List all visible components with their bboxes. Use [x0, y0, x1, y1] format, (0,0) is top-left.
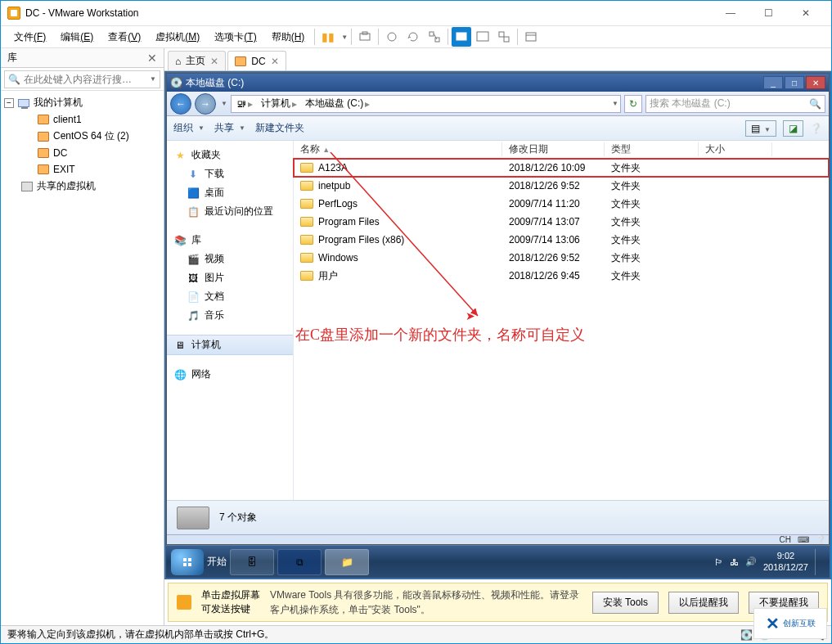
organize-button[interactable]: 组织 ▼ — [173, 121, 205, 135]
sidebar-videos[interactable]: 🎬视频 — [167, 250, 293, 268]
folder-icon — [300, 271, 313, 281]
sidebar-music[interactable]: 🎵音乐 — [167, 306, 293, 325]
tab-home[interactable]: ⌂ 主页 ✕ — [168, 51, 226, 70]
fullscreen-button[interactable] — [473, 27, 492, 47]
show-console-button[interactable] — [521, 27, 541, 47]
tray-sound-icon[interactable]: 🔊 — [745, 556, 757, 567]
breadcrumb-root[interactable]: 🖳 ▸ — [233, 98, 256, 110]
col-name[interactable]: 名称 ▲ — [294, 142, 502, 156]
explorer-minimize[interactable]: _ — [763, 76, 783, 89]
tree-vm-exit[interactable]: EXIT — [4, 161, 160, 178]
tree-shared-vms[interactable]: 共享的虚拟机 — [4, 178, 160, 195]
tray-flag-icon[interactable]: 🏳 — [714, 557, 723, 567]
sidebar-desktop[interactable]: 🟦桌面 — [167, 183, 293, 202]
sidebar-recent[interactable]: 📋最近访问的位置 — [167, 202, 293, 221]
breadcrumb-dropdown[interactable]: ▼ — [612, 100, 618, 107]
explorer-statusbar: 7 个对象 — [167, 500, 829, 534]
snapshot-manager-button[interactable] — [425, 27, 444, 47]
refresh-button[interactable]: ↻ — [624, 95, 642, 113]
col-size[interactable]: 大小 — [699, 142, 772, 156]
preview-pane-button[interactable]: ◪ — [783, 120, 803, 137]
install-tools-button[interactable]: 安装 Tools — [592, 592, 659, 614]
menu-file[interactable]: 文件(F) — [7, 27, 52, 47]
nav-back-button[interactable]: ← — [170, 93, 191, 115]
menu-vm[interactable]: 虚拟机(M) — [149, 27, 206, 47]
col-date[interactable]: 修改日期 — [502, 142, 605, 156]
lang-help-icon[interactable]: ❔ — [816, 535, 825, 544]
menu-edit[interactable]: 编辑(E) — [54, 27, 100, 47]
tab-dc[interactable]: DC ✕ — [227, 51, 286, 70]
suspend-button[interactable]: ▮▮ — [318, 27, 338, 47]
col-type[interactable]: 类型 — [605, 142, 699, 156]
lang-options-icon[interactable]: ⌨ — [798, 535, 809, 544]
tray-network-icon[interactable]: 🖧 — [730, 557, 739, 567]
library-search-input[interactable] — [24, 74, 148, 85]
explorer-maximize[interactable]: □ — [785, 76, 804, 89]
explorer-search[interactable]: 搜索 本地磁盘 (C:) 🔍 — [645, 95, 825, 113]
sidebar-libraries[interactable]: 📚库 — [167, 231, 293, 250]
snapshot-take-button[interactable] — [382, 27, 402, 47]
view-options-button[interactable]: ▤ ▼ — [745, 120, 776, 137]
sidebar-documents[interactable]: 📄文档 — [167, 287, 293, 306]
tab-strip: ⌂ 主页 ✕ DC ✕ — [164, 48, 831, 71]
power-dropdown[interactable]: ▼ — [341, 34, 348, 41]
column-headers[interactable]: 名称 ▲ 修改日期 类型 大小 — [294, 141, 829, 159]
help-button[interactable]: ❔ — [810, 123, 822, 134]
library-close-button[interactable]: ✕ — [147, 52, 157, 65]
file-row[interactable]: 用户2018/12/26 9:45文件夹 — [294, 267, 829, 285]
menu-view[interactable]: 查看(V) — [101, 27, 147, 47]
taskbar-explorer[interactable]: 📁 — [325, 549, 369, 575]
show-desktop-button[interactable] — [815, 549, 825, 575]
maximize-button[interactable]: ☐ — [749, 1, 787, 25]
file-row[interactable]: inetpub2018/12/26 9:52文件夹 — [294, 177, 829, 195]
file-row[interactable]: PerfLogs2009/7/14 11:20文件夹 — [294, 195, 829, 213]
remind-later-button[interactable]: 以后提醒我 — [668, 592, 739, 614]
close-button[interactable]: ✕ — [787, 1, 825, 25]
share-button[interactable]: 共享 ▼ — [214, 121, 245, 135]
status-disk-icon[interactable]: 💽 — [740, 628, 753, 642]
library-panel: 库 ✕ 🔍 ▼ − 我的计算机 client1 — [1, 48, 164, 625]
sidebar-network[interactable]: 🌐网络 — [167, 365, 293, 384]
breadcrumb[interactable]: 🖳 ▸ 计算机 ▸ 本地磁盘 (C:) ▸ ▼ — [231, 95, 621, 113]
new-folder-button[interactable]: 新建文件夹 — [255, 121, 304, 135]
taskbar-powershell[interactable]: ⧉ — [277, 549, 322, 575]
nav-history-dropdown[interactable]: ▼ — [221, 100, 227, 107]
start-label: 开始 — [207, 555, 227, 569]
unity-button[interactable] — [494, 27, 514, 47]
menu-help[interactable]: 帮助(H) — [265, 27, 312, 47]
taskbar-server-manager[interactable]: 🗄 — [230, 549, 274, 575]
nav-forward-button[interactable]: → — [195, 93, 216, 115]
sidebar-computer[interactable]: 🖥计算机 — [167, 335, 293, 355]
search-dropdown[interactable]: ▼ — [150, 75, 156, 83]
sidebar-downloads[interactable]: ⬇下载 — [167, 164, 293, 183]
explorer-window: 💽 本地磁盘 (C:) _ □ ✕ ← → ▼ — [166, 73, 830, 545]
tray-clock[interactable]: 9:02 2018/12/27 — [763, 551, 808, 572]
file-row[interactable]: Program Files2009/7/14 13:07文件夹 — [294, 213, 829, 231]
file-row[interactable]: Windows2018/12/26 9:52文件夹 — [294, 249, 829, 267]
hint-icon — [177, 595, 191, 610]
tree-vm-centos[interactable]: CentOS 64 位 (2) — [4, 128, 160, 145]
vmware-icon — [7, 7, 20, 20]
guest-vm-screen[interactable]: 💽 本地磁盘 (C:) _ □ ✕ ← → ▼ — [164, 71, 831, 579]
minimize-button[interactable]: — — [712, 1, 749, 25]
tree-vm-client1[interactable]: client1 — [4, 111, 160, 128]
file-row[interactable]: A123A2018/12/26 10:09文件夹 — [294, 159, 829, 177]
breadcrumb-drive[interactable]: 本地磁盘 (C:) ▸ — [302, 97, 373, 110]
file-row[interactable]: Program Files (x86)2009/7/14 13:06文件夹 — [294, 231, 829, 249]
sidebar-favorites[interactable]: ★收藏夹 — [167, 146, 293, 164]
explorer-close[interactable]: ✕ — [806, 76, 825, 89]
tree-vm-dc[interactable]: DC — [4, 145, 160, 161]
tab-dc-close[interactable]: ✕ — [271, 56, 279, 67]
tab-home-close[interactable]: ✕ — [210, 56, 218, 67]
folder-icon — [300, 235, 313, 245]
fit-guest-button[interactable] — [452, 27, 471, 47]
sidebar-pictures[interactable]: 🖼图片 — [167, 268, 293, 287]
snapshot-revert-button[interactable] — [403, 27, 423, 47]
menu-tabs[interactable]: 选项卡(T) — [208, 27, 263, 47]
tree-my-computer[interactable]: − 我的计算机 — [4, 94, 160, 111]
lang-indicator[interactable]: CH — [780, 535, 791, 544]
watermark-logo: ✕创新互联 — [753, 608, 827, 639]
breadcrumb-computer[interactable]: 计算机 ▸ — [258, 97, 300, 110]
start-button[interactable] — [171, 549, 204, 575]
snapshot-button[interactable] — [355, 27, 375, 47]
